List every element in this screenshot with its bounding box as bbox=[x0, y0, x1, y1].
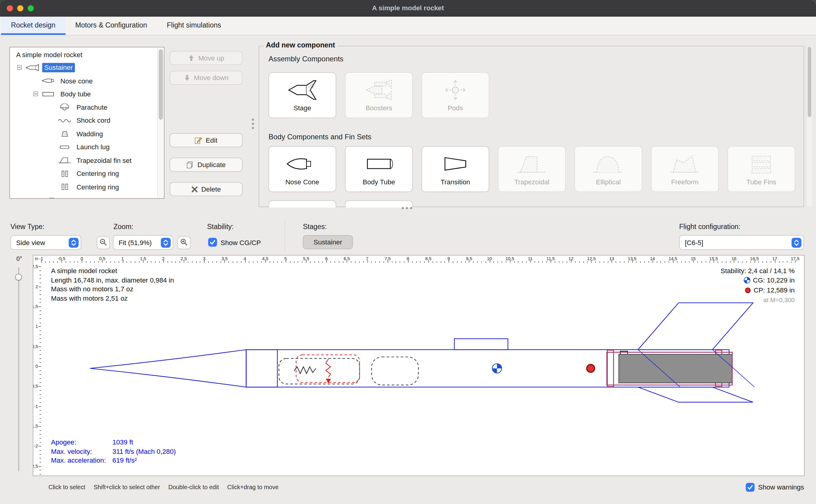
cg-marker bbox=[492, 364, 502, 373]
freeform-fin-icon bbox=[668, 153, 701, 176]
delete-label: Delete bbox=[201, 185, 221, 193]
tree-item-rocket-root[interactable]: A simple model rocket bbox=[10, 48, 157, 61]
tab-motors-configuration[interactable]: Motors & Configuration bbox=[65, 17, 157, 35]
zoom-value: Fit (51,9%) bbox=[113, 239, 161, 247]
tree-item-sustainer[interactable]: Sustainer bbox=[10, 61, 157, 74]
chevron-updown-icon bbox=[69, 237, 79, 247]
component-card-freeform: Freeform bbox=[651, 146, 719, 192]
tree-item-item[interactable] bbox=[10, 194, 157, 199]
inner-tube-icon bbox=[58, 196, 71, 199]
fin-upper-outline[interactable] bbox=[638, 303, 753, 350]
ruler-x: -1-0,500,511,522,533,544,555,566,577,588… bbox=[41, 255, 805, 263]
move-down-label: Move down bbox=[194, 74, 228, 82]
launch-lug-outline[interactable] bbox=[454, 339, 508, 350]
collapse-toggle[interactable] bbox=[33, 91, 40, 97]
component-card-tube-fins: Tube Fins bbox=[727, 146, 795, 192]
show-warnings-checkbox[interactable] bbox=[746, 483, 754, 492]
apogee-label: Apogee: bbox=[51, 438, 112, 447]
window-title: A simple model rocket bbox=[0, 0, 816, 17]
motor-block[interactable] bbox=[619, 354, 732, 383]
vertical-splitter-handle[interactable] bbox=[252, 119, 254, 129]
component-card-trapezoidal: Trapezoidal bbox=[498, 146, 566, 192]
add-panel-scrollbar-thumb[interactable] bbox=[808, 47, 811, 117]
stage-sustainer-toggle[interactable]: Sustainer bbox=[303, 235, 353, 249]
minimize-button[interactable] bbox=[17, 5, 24, 11]
fullscreen-button[interactable] bbox=[28, 5, 34, 11]
horizontal-splitter-handle[interactable] bbox=[402, 207, 412, 209]
centering-ring-icon bbox=[58, 183, 71, 191]
delete-x-icon bbox=[191, 186, 198, 192]
hint-click-to-select: Click to select bbox=[48, 484, 85, 490]
fin-lower-outline[interactable] bbox=[638, 387, 753, 402]
tree-item-shock-cord[interactable]: Shock cord bbox=[10, 114, 157, 127]
hint-click-drag-to-move: Click+drag to move bbox=[227, 484, 279, 490]
component-card-stage[interactable]: Stage bbox=[269, 72, 336, 118]
edit-button[interactable]: Edit bbox=[170, 133, 242, 147]
component-card-label: Boosters bbox=[365, 104, 392, 112]
show-cgcp-checkbox[interactable] bbox=[208, 238, 217, 247]
duplicate-button[interactable]: Duplicate bbox=[170, 158, 242, 172]
zoom-in-button[interactable] bbox=[177, 236, 190, 249]
ruler-unit: in bbox=[35, 256, 38, 261]
stage-icon bbox=[286, 79, 319, 102]
component-card-boosters: Boosters bbox=[345, 72, 413, 118]
tree-item-launch-lug[interactable]: Launch lug bbox=[10, 141, 157, 154]
tree-scrollbar-thumb[interactable] bbox=[159, 50, 163, 120]
view-type-select[interactable]: Side view bbox=[10, 235, 81, 250]
tree-item-label: Nose cone bbox=[58, 76, 95, 86]
check-icon bbox=[747, 483, 753, 492]
tree-item-wadding[interactable]: Wadding bbox=[10, 127, 157, 141]
zoom-out-button[interactable] bbox=[97, 236, 110, 249]
show-warnings-control[interactable]: Show warnings bbox=[746, 483, 804, 492]
flight-config-value: [C6-5] bbox=[680, 239, 792, 247]
tree-item-trapezoidal-fin-set[interactable]: Trapezoidal fin set bbox=[10, 154, 157, 167]
tree-item-body-tube[interactable]: Body tube bbox=[10, 87, 157, 101]
clipped-cards bbox=[269, 200, 413, 208]
tree-item-centering-ring[interactable]: Centering ring bbox=[10, 180, 157, 194]
arrow-down-icon bbox=[183, 74, 190, 81]
view-type-label: View Type: bbox=[10, 223, 44, 231]
tree-scrollbar[interactable] bbox=[157, 48, 164, 198]
rotation-knob[interactable] bbox=[15, 274, 22, 280]
collapse-toggle[interactable] bbox=[17, 64, 24, 71]
stages-label: Stages: bbox=[303, 223, 327, 231]
assembly-cards: StageBoostersPods bbox=[269, 72, 489, 118]
collapse-toggle[interactable] bbox=[50, 197, 56, 199]
tree-item-parachute[interactable]: Parachute bbox=[10, 101, 157, 114]
rotation-slider[interactable] bbox=[18, 267, 19, 471]
component-card-label: Pods bbox=[448, 104, 463, 112]
cp-readout: CP: 12,589 in bbox=[720, 286, 795, 296]
show-warnings-label: Show warnings bbox=[758, 483, 804, 491]
tube-fins-icon bbox=[745, 153, 778, 176]
tab-rocket-design[interactable]: Rocket design bbox=[1, 17, 65, 35]
component-card-label: Body Tube bbox=[363, 178, 395, 186]
tree-item-centering-ring[interactable]: Centering ring bbox=[10, 167, 157, 180]
delete-button[interactable]: Delete bbox=[170, 182, 242, 196]
flight-config-select[interactable]: [C6-5] bbox=[679, 235, 804, 250]
close-button[interactable] bbox=[7, 5, 13, 11]
tree-item-label: Centering ring bbox=[74, 182, 121, 192]
tree-item-nose-cone[interactable]: Nose cone bbox=[10, 74, 157, 87]
stability-readout: Stability: 2,4 cal / 14,1 % CG: 10,229 i… bbox=[720, 267, 795, 305]
component-card-nose-cone[interactable]: Nose Cone bbox=[269, 146, 336, 192]
body-cards: Nose ConeBody TubeTransitionTrapezoidalE… bbox=[269, 146, 795, 192]
parachute-icon bbox=[58, 103, 71, 111]
zoom-select[interactable]: Fit (51,9%) bbox=[113, 235, 173, 250]
add-panel-scrollbar[interactable] bbox=[806, 46, 812, 206]
tab-flight-simulations[interactable]: Flight simulations bbox=[157, 17, 231, 35]
tree-item-label: Shock cord bbox=[74, 116, 112, 125]
nose-cone-outline[interactable] bbox=[90, 350, 246, 387]
velocity-value: 311 ft/s (Mach 0,280) bbox=[112, 447, 176, 455]
pods-icon bbox=[439, 79, 472, 102]
component-card-transition[interactable]: Transition bbox=[422, 146, 489, 192]
tree-item-label: Sustainer bbox=[42, 63, 75, 72]
duplicate-label: Duplicate bbox=[197, 161, 225, 169]
hint-shift-click-to-select-other: Shift+click to select other bbox=[94, 484, 160, 490]
arrow-up-icon bbox=[188, 55, 195, 61]
rocket-length: Length 16,748 in, max. diameter 0,984 in bbox=[51, 276, 174, 285]
cg-icon bbox=[743, 276, 750, 286]
fin-icon bbox=[58, 157, 71, 164]
zoom-label: Zoom: bbox=[113, 223, 133, 231]
component-card-body-tube[interactable]: Body Tube bbox=[345, 146, 413, 192]
app-window: A simple model rocket Rocket designMotor… bbox=[0, 0, 816, 504]
